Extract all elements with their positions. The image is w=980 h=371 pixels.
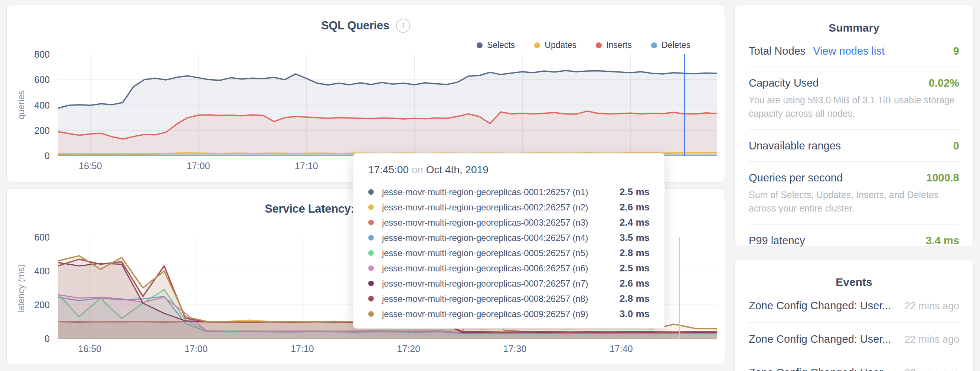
tooltip-node-name: jesse-movr-multi-region-georeplicas-0001… — [382, 187, 588, 197]
summary-title: Summary — [735, 22, 973, 34]
series-dot-icon — [368, 250, 374, 256]
y-axis-unit-label: queries — [16, 53, 27, 157]
legend-item[interactable]: Deletes — [651, 40, 690, 50]
summary-value: 0.02% — [929, 77, 959, 89]
svg-text:17:10: 17:10 — [295, 161, 318, 171]
legend-dot-icon — [651, 42, 657, 48]
summary-label: Unavailable ranges — [749, 140, 841, 152]
tooltip-node-row: jesse-movr-multi-region-georeplicas-0001… — [368, 184, 650, 200]
summary-value: 0 — [953, 140, 959, 152]
tooltip-node-latency: 2.5 ms — [620, 262, 650, 274]
tooltip-node-row: jesse-movr-multi-region-georeplicas-0007… — [368, 276, 650, 291]
summary-row: Unavailable ranges 0 — [749, 130, 959, 162]
series-dot-icon — [368, 281, 374, 286]
summary-description: Sum of Selects, Updates, Inserts, and De… — [749, 189, 959, 215]
svg-text:200: 200 — [34, 300, 50, 310]
legend-dot-icon — [596, 42, 602, 48]
info-icon[interactable]: i — [396, 19, 410, 33]
tooltip-node-name: jesse-movr-multi-region-georeplicas-0005… — [382, 248, 588, 258]
svg-text:400: 400 — [34, 100, 50, 110]
series-dot-icon — [368, 311, 374, 317]
tooltip-node-latency: 2.8 ms — [620, 247, 650, 259]
summary-label: Total Nodes — [749, 45, 805, 57]
event-row: Zone Config Changed: User... 22 mins ago — [749, 289, 959, 323]
legend-dot-icon — [477, 42, 482, 48]
summary-value: 3.4 ms — [926, 235, 959, 247]
legend-label: Selects — [487, 40, 515, 50]
tooltip-node-name: jesse-movr-multi-region-georeplicas-0003… — [382, 217, 588, 228]
event-timestamp: 22 mins ago — [905, 334, 959, 345]
svg-text:0: 0 — [45, 150, 50, 161]
tooltip-divider — [368, 182, 650, 182]
summary-rows: Total Nodes View nodes list 9 Capacity U… — [735, 35, 973, 256]
event-link[interactable]: Zone Config Changed: User... — [749, 366, 891, 371]
svg-text:17:40: 17:40 — [609, 344, 633, 354]
summary-row: Queries per second 1000.8 Sum of Selects… — [749, 162, 959, 224]
svg-text:16:50: 16:50 — [79, 161, 102, 171]
summary-row: Capacity Used 0.02% You are using 593.0 … — [749, 67, 959, 130]
svg-text:17:30: 17:30 — [503, 344, 527, 354]
events-panel: Events Zone Config Changed: User... 22 m… — [734, 259, 974, 371]
event-timestamp: 22 mins ago — [905, 367, 959, 371]
svg-text:17:00: 17:00 — [185, 344, 208, 354]
legend-dot-icon — [534, 42, 540, 48]
series-dot-icon — [368, 235, 374, 240]
tooltip-node-name: jesse-movr-multi-region-georeplicas-0002… — [382, 202, 588, 213]
event-row: Zone Config Changed: User... 22 mins ago — [749, 356, 959, 371]
event-link[interactable]: Zone Config Changed: User... — [749, 333, 891, 345]
svg-text:0: 0 — [45, 333, 50, 344]
tooltip-node-latency: 2.6 ms — [620, 278, 650, 289]
legend-label: Inserts — [606, 40, 632, 50]
legend-item[interactable]: Selects — [477, 40, 515, 50]
tooltip-node-row: jesse-movr-multi-region-georeplicas-0009… — [368, 306, 650, 321]
svg-text:200: 200 — [34, 125, 50, 136]
svg-text:17:10: 17:10 — [291, 344, 314, 354]
tooltip-node-latency: 2.5 ms — [620, 186, 650, 198]
summary-label: P99 latency — [749, 235, 805, 247]
tooltip-node-row: jesse-movr-multi-region-georeplicas-0003… — [368, 215, 650, 230]
summary-label: Capacity Used — [749, 77, 819, 89]
legend-label: Updates — [544, 40, 576, 50]
tooltip-timestamp: 17:45:00 on Oct 4th, 2019 — [368, 164, 650, 176]
tooltip-node-latency: 2.8 ms — [620, 293, 650, 304]
svg-text:16:50: 16:50 — [78, 344, 102, 354]
legend-item[interactable]: Updates — [534, 40, 576, 50]
sql-queries-header: SQL Queries i — [7, 19, 725, 33]
tooltip-node-latency: 2.6 ms — [620, 201, 650, 213]
summary-description: You are using 593.0 MiB of 3.1 TiB usabl… — [749, 94, 959, 120]
event-link[interactable]: Zone Config Changed: User... — [749, 300, 891, 312]
svg-text:17:20: 17:20 — [397, 344, 420, 354]
summary-row: P99 latency 3.4 ms — [749, 224, 959, 256]
svg-text:800: 800 — [34, 49, 50, 59]
tooltip-node-row: jesse-movr-multi-region-georeplicas-0002… — [368, 200, 650, 215]
legend-item[interactable]: Inserts — [596, 40, 632, 50]
summary-panel: Summary Total Nodes View nodes list 9 Ca… — [734, 5, 974, 246]
summary-row: Total Nodes View nodes list 9 — [749, 35, 959, 67]
svg-text:600: 600 — [34, 74, 50, 85]
tooltip-node-latency: 2.4 ms — [620, 217, 650, 228]
tooltip-node-latency: 3.0 ms — [620, 308, 650, 320]
tooltip-node-name: jesse-movr-multi-region-georeplicas-0004… — [382, 233, 588, 243]
tooltip-node-row: jesse-movr-multi-region-georeplicas-0005… — [368, 245, 650, 261]
svg-text:17:00: 17:00 — [187, 161, 210, 171]
tooltip-node-row: jesse-movr-multi-region-georeplicas-0008… — [368, 291, 650, 306]
events-rows: Zone Config Changed: User... 22 mins ago… — [735, 289, 973, 371]
sql-queries-title: SQL Queries — [321, 19, 390, 32]
tooltip-node-name: jesse-movr-multi-region-georeplicas-0006… — [382, 263, 588, 273]
event-timestamp: 22 mins ago — [905, 301, 959, 312]
summary-value: 1000.8 — [926, 172, 959, 184]
tooltip-node-row: jesse-movr-multi-region-georeplicas-0006… — [368, 261, 650, 276]
series-dot-icon — [368, 220, 374, 225]
series-dot-icon — [368, 296, 374, 301]
legend-label: Deletes — [662, 40, 690, 50]
tooltip-node-name: jesse-movr-multi-region-georeplicas-0009… — [382, 309, 588, 319]
view-nodes-list-link[interactable]: View nodes list — [813, 45, 885, 57]
svg-text:400: 400 — [34, 266, 50, 276]
tooltip-node-name: jesse-movr-multi-region-georeplicas-0007… — [382, 278, 588, 289]
series-dot-icon — [368, 189, 374, 195]
tooltip-node-row: jesse-movr-multi-region-georeplicas-0004… — [368, 230, 650, 245]
tooltip-node-latency: 3.5 ms — [620, 232, 650, 243]
svg-text:600: 600 — [34, 232, 50, 242]
series-dot-icon — [368, 205, 374, 210]
sql-queries-legend: Selects Updates Inserts Deletes — [477, 40, 690, 50]
